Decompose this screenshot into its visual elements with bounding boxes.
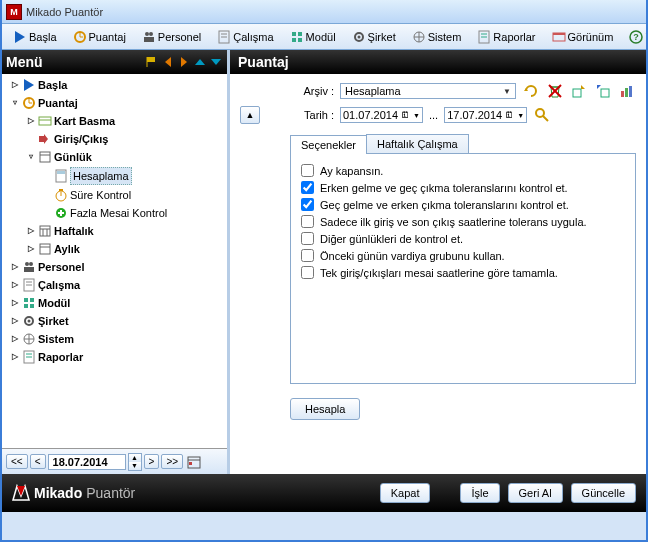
collapse-button[interactable]: ▲ (240, 106, 260, 124)
date-sep: ... (429, 109, 438, 121)
toolbar-basla[interactable]: Başla (6, 27, 64, 47)
bottombar: MikadoPuantör Kapat İşle Geri Al Güncell… (2, 474, 646, 512)
menu-header: Menü (2, 50, 227, 74)
toolbar-yardim[interactable]: ?Yardım (622, 27, 648, 47)
calendar-button[interactable] (185, 453, 203, 471)
toolbar-gorunum[interactable]: Görünüm (545, 27, 621, 47)
chart-button[interactable] (618, 82, 636, 100)
nav-last[interactable]: >> (161, 454, 183, 469)
tree-sure-kontrol[interactable]: Süre Kontrol (40, 186, 225, 204)
tree-gunluk[interactable]: ▿Günlük (24, 148, 225, 166)
date-search-button[interactable] (533, 106, 551, 124)
import-button[interactable] (594, 82, 612, 100)
check-6[interactable]: Tek giriş/çıkışları mesai saatlerine gör… (301, 264, 625, 281)
month-icon (38, 242, 52, 256)
tree-calisma[interactable]: ▷Çalışma (8, 276, 225, 294)
import-icon (595, 83, 611, 99)
svg-rect-11 (298, 32, 302, 36)
arrow-down-icon[interactable] (209, 55, 223, 69)
play-icon (22, 78, 36, 92)
date-from[interactable]: 01.07.2014 🗓 ▼ (340, 107, 423, 123)
check-3[interactable]: Sadece ilk giriş ve son çıkış saatlerine… (301, 213, 625, 230)
toolbar-puantaj[interactable]: Puantaj (66, 27, 133, 47)
people-icon (142, 30, 156, 44)
toolbar-sistem[interactable]: Sistem (405, 27, 469, 47)
arrow-left-icon[interactable] (161, 55, 175, 69)
hesapla-button[interactable]: Hesapla (290, 398, 360, 420)
arrow-right-icon[interactable] (177, 55, 191, 69)
export-button[interactable] (570, 82, 588, 100)
toolbar-modul[interactable]: Modül (283, 27, 343, 47)
svg-rect-10 (292, 32, 296, 36)
check-4[interactable]: Diğer günlükleri de kontrol et. (301, 230, 625, 247)
tree-fazla-mesai[interactable]: Fazla Mesai Kontrol (40, 204, 225, 222)
trash-icon (547, 83, 563, 99)
check-1[interactable]: Erken gelme ve geç çıkma toleranslarını … (301, 179, 625, 196)
content-title: Puantaj (238, 54, 289, 70)
chevron-down-icon: ▼ (413, 112, 420, 119)
isle-button[interactable]: İşle (460, 483, 499, 503)
toolbar-raporlar[interactable]: Raporlar (470, 27, 542, 47)
brand-logo-icon (12, 484, 30, 502)
inout-icon (38, 132, 52, 146)
svg-point-54 (29, 262, 33, 266)
svg-rect-60 (30, 298, 34, 302)
toolbar-personel[interactable]: Personel (135, 27, 208, 47)
date-to[interactable]: 17.07.2014 🗓 ▼ (444, 107, 527, 123)
svg-rect-24 (147, 57, 155, 62)
svg-rect-82 (629, 86, 632, 97)
svg-rect-34 (39, 117, 51, 125)
svg-rect-51 (40, 244, 50, 254)
people-icon (22, 260, 36, 274)
tree-raporlar[interactable]: ▷Raporlar (8, 348, 225, 366)
svg-marker-26 (165, 57, 171, 67)
tree-haftalik[interactable]: ▷Haftalık (24, 222, 225, 240)
svg-marker-0 (15, 31, 25, 43)
svg-rect-6 (144, 37, 154, 42)
tree-sistem[interactable]: ▷Sistem (8, 330, 225, 348)
refresh-button[interactable] (522, 82, 540, 100)
toolbar-calisma[interactable]: Çalışma (210, 27, 280, 47)
check-0[interactable]: Ay kapansın. (301, 162, 625, 179)
svg-marker-30 (24, 79, 34, 91)
tab-haftalik[interactable]: Haftalık Çalışma (366, 134, 469, 153)
tab-secenekler[interactable]: Seçenekler (290, 135, 367, 154)
toolbar-sirket[interactable]: Şirket (345, 27, 403, 47)
delete-button[interactable] (546, 82, 564, 100)
svg-text:?: ? (634, 32, 640, 42)
brand-name-2: Puantör (86, 485, 135, 501)
svg-marker-29 (211, 59, 221, 65)
toolbar: Başla Puantaj Personel Çalışma Modül Şir… (2, 24, 646, 50)
svg-rect-12 (292, 38, 296, 42)
check-5[interactable]: Önceki günün vardiya grubunu kullan. (301, 247, 625, 264)
nav-first[interactable]: << (6, 454, 28, 469)
arsiv-combo[interactable]: Hesaplama ▼ (340, 83, 516, 99)
tree-giris-cikis[interactable]: Giriş/Çıkış (24, 130, 225, 148)
tree-hesaplama[interactable]: Hesaplama (40, 166, 225, 186)
calendar-icon: 🗓 (401, 110, 410, 120)
calendar-icon (38, 150, 52, 164)
arrow-up-icon[interactable] (193, 55, 207, 69)
tree-aylik[interactable]: ▷Aylık (24, 240, 225, 258)
gerial-button[interactable]: Geri Al (508, 483, 563, 503)
tree-kart-basma[interactable]: ▷Kart Basma (24, 112, 225, 130)
system-icon (22, 332, 36, 346)
tree-basla[interactable]: ▷Başla (8, 76, 225, 94)
tree-modul[interactable]: ▷Modül (8, 294, 225, 312)
nav-next[interactable]: > (144, 454, 160, 469)
tree-personel[interactable]: ▷Personel (8, 258, 225, 276)
app-title: Mikado Puantör (26, 6, 103, 18)
report-icon (22, 350, 36, 364)
flag-icon[interactable] (145, 55, 159, 69)
svg-rect-80 (621, 91, 624, 97)
tree-sirket[interactable]: ▷Şirket (8, 312, 225, 330)
guncelle-button[interactable]: Güncelle (571, 483, 636, 503)
menu-pane: Menü ▷Başla ▿Puantaj ▷Kart Basma Giriş/Ç… (2, 50, 230, 474)
svg-point-4 (145, 32, 149, 36)
date-spinner[interactable]: ▲▼ (128, 453, 142, 471)
tree-puantaj[interactable]: ▿Puantaj (8, 94, 225, 112)
kapat-button[interactable]: Kapat (380, 483, 431, 503)
nav-prev[interactable]: < (30, 454, 46, 469)
nav-date[interactable]: 18.07.2014 (48, 454, 126, 470)
check-2[interactable]: Geç gelme ve erken çıkma toleranslarını … (301, 196, 625, 213)
